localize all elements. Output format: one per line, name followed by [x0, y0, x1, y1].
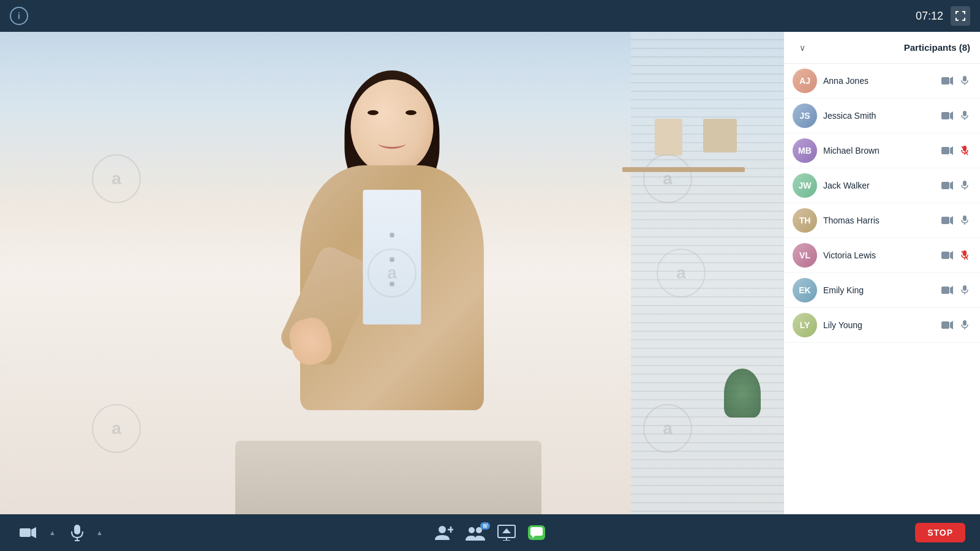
participant-controls-thomas-harris	[941, 216, 971, 225]
top-bar: i 07:12	[0, 0, 980, 32]
toolbar-center-controls: 8/	[435, 524, 545, 541]
mic-chevron[interactable]: ▲	[91, 525, 108, 540]
svg-rect-19	[963, 216, 967, 221]
video-chevron[interactable]: ▲	[44, 525, 61, 540]
person-head	[351, 80, 434, 174]
participant-avatar-lily-young: LY	[793, 313, 817, 337]
svg-marker-31	[950, 321, 953, 329]
participant-mic-btn-emily-king[interactable]	[958, 285, 971, 295]
participant-controls-lily-young	[941, 320, 971, 330]
participants-button[interactable]: 8/	[466, 525, 485, 541]
participant-controls-anna-jones	[941, 76, 971, 86]
participant-video-btn-michael-brown[interactable]	[941, 146, 954, 156]
video-controls: ▲	[15, 523, 61, 542]
participant-name-victoria-lewis: Victoria Lewis	[823, 250, 935, 260]
participant-item-lily-young: LYLily Young	[784, 308, 980, 343]
svg-rect-13	[941, 182, 949, 189]
participant-name-jack-walker: Jack Walker	[823, 181, 935, 190]
info-icon[interactable]: i	[10, 7, 28, 25]
participant-mic-btn-thomas-harris[interactable]	[958, 216, 971, 225]
svg-marker-49	[532, 536, 535, 538]
svg-rect-28	[963, 285, 967, 291]
top-bar-center: 07:12	[916, 6, 970, 26]
participant-avatar-thomas-harris: TH	[793, 208, 817, 233]
svg-marker-14	[950, 181, 953, 190]
person-smile	[379, 138, 406, 149]
participant-video-btn-jack-walker[interactable]	[941, 181, 954, 190]
svg-rect-30	[941, 321, 949, 329]
participant-avatar-emily-king: EK	[793, 278, 817, 302]
svg-marker-35	[31, 527, 36, 538]
add-participant-button[interactable]	[435, 524, 453, 541]
svg-marker-47	[502, 528, 511, 533]
svg-rect-34	[20, 528, 31, 537]
svg-marker-1	[950, 77, 953, 85]
watermark-bl: a	[92, 404, 141, 453]
chat-button[interactable]	[528, 525, 545, 540]
participant-avatar-anna-jones: AJ	[793, 69, 817, 93]
call-timer: 07:12	[916, 10, 943, 23]
fullscreen-button[interactable]	[951, 6, 970, 26]
watermark-right-center: a	[657, 249, 706, 298]
participant-item-jack-walker: JWJack Walker	[784, 168, 980, 203]
watermark-tl: a	[92, 154, 141, 203]
svg-marker-27	[950, 286, 953, 294]
share-screen-button[interactable]	[497, 525, 516, 541]
video-button[interactable]	[15, 523, 42, 542]
watermark-br: a	[643, 404, 692, 453]
participant-controls-michael-brown	[941, 146, 971, 156]
participant-controls-jack-walker	[941, 181, 971, 190]
svg-rect-2	[963, 76, 967, 81]
participant-list: AJAnna JonesJSJessica SmithMBMichael Bro…	[784, 64, 980, 514]
participant-controls-jessica-smith	[941, 111, 971, 121]
video-area: a a a a a a	[0, 32, 784, 514]
participant-video-btn-emily-king[interactable]	[941, 285, 954, 295]
panel-collapse-button[interactable]: ∨	[794, 39, 811, 56]
svg-rect-48	[530, 527, 543, 536]
chat-icon	[528, 525, 545, 540]
watermark-center: a	[368, 249, 417, 298]
participant-avatar-victoria-lewis: VL	[793, 243, 817, 268]
participant-name-michael-brown: Michael Brown	[823, 146, 935, 156]
participant-avatar-jack-walker: JW	[793, 173, 817, 198]
svg-rect-4	[941, 112, 949, 119]
participant-item-thomas-harris: THThomas Harris	[784, 203, 980, 238]
participant-avatar-jessica-smith: JS	[793, 103, 817, 128]
shirt-button-1	[390, 233, 394, 238]
stop-button[interactable]: STOP	[915, 523, 965, 542]
shelf-box-1	[703, 119, 737, 152]
participant-mic-btn-jack-walker[interactable]	[958, 181, 971, 190]
svg-marker-9	[950, 146, 953, 155]
participants-panel: ∨ Participants (8) AJAnna JonesJSJessica…	[784, 32, 980, 514]
participant-name-anna-jones: Anna Jones	[823, 76, 935, 86]
svg-rect-8	[941, 147, 949, 154]
panel-header: ∨ Participants (8)	[784, 32, 980, 64]
mic-button[interactable]	[66, 520, 89, 545]
watermark-tr: a	[643, 154, 692, 203]
participant-mic-btn-anna-jones[interactable]	[958, 76, 971, 86]
participant-controls-emily-king	[941, 285, 971, 295]
participant-mic-btn-michael-brown[interactable]	[958, 146, 971, 156]
svg-marker-22	[950, 251, 953, 260]
participant-video-btn-thomas-harris[interactable]	[941, 216, 954, 225]
shelf-box-2	[655, 119, 682, 156]
svg-point-39	[439, 526, 446, 533]
svg-rect-6	[963, 111, 967, 116]
svg-marker-18	[950, 216, 953, 225]
participant-mic-btn-lily-young[interactable]	[958, 320, 971, 330]
panel-title: Participants (8)	[904, 42, 970, 53]
participant-name-lily-young: Lily Young	[823, 320, 935, 330]
participant-video-btn-lily-young[interactable]	[941, 320, 954, 330]
participant-video-btn-victoria-lewis[interactable]	[941, 250, 954, 260]
participant-mic-btn-jessica-smith[interactable]	[958, 111, 971, 121]
participant-mic-btn-victoria-lewis[interactable]	[958, 250, 971, 260]
svg-rect-17	[941, 217, 949, 224]
participant-video-btn-jessica-smith[interactable]	[941, 111, 954, 121]
svg-rect-0	[941, 77, 949, 84]
participant-item-emily-king: EKEmily King	[784, 273, 980, 308]
participant-avatar-michael-brown: MB	[793, 138, 817, 163]
svg-rect-26	[941, 287, 949, 294]
participant-video-btn-anna-jones[interactable]	[941, 76, 954, 86]
participant-item-jessica-smith: JSJessica Smith	[784, 99, 980, 133]
svg-point-42	[469, 527, 475, 533]
